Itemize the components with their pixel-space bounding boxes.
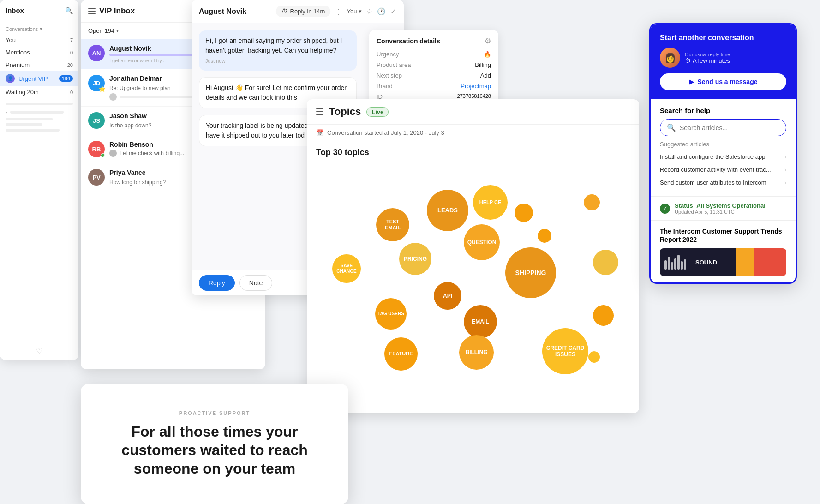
message-1: Hi, I got an email saying my order shipp… [199, 30, 357, 71]
topics-header: Topics Live [307, 99, 639, 125]
topic-bubble[interactable]: TAG USERS [375, 298, 407, 330]
topic-bubble[interactable] [515, 204, 533, 222]
reply-button[interactable]: Reply [199, 275, 235, 291]
blog-title: The Intercom Customer Support Trends Rep… [660, 227, 786, 244]
article-link-3[interactable]: Send custom user attributes to Intercom … [660, 176, 786, 189]
topics-bubble-area: LEADSHELP CETEST EMAILQUESTIONPRICINGSHI… [307, 157, 639, 388]
topic-bubble[interactable]: PRICING [399, 243, 431, 275]
status-updated: Updated Apr 5, 11:31 UTC [675, 209, 766, 215]
conv-contact-name: August Novik [199, 7, 246, 16]
search-icon[interactable]: 🔍 [65, 7, 73, 14]
topics-panel: Topics Live 📅 Conversation started at Ju… [307, 99, 639, 413]
online-dot [101, 153, 105, 157]
inbox-nav-mentions[interactable]: Mentions 0 [0, 46, 78, 59]
proactive-card: PROACTIVE SUPPORT For all those times yo… [81, 384, 348, 504]
article-link-2[interactable]: Record customer activity with event trac… [660, 163, 786, 176]
avatar-robin: RB [88, 141, 105, 157]
vip-title: VIP Inbox [99, 6, 135, 16]
you-label: You ▾ [347, 8, 362, 15]
topic-bubble[interactable]: QUESTION [464, 224, 500, 260]
open-filter[interactable]: Open 194 ▾ [88, 27, 119, 34]
article-link-1[interactable]: Install and configure the Salesforce app… [660, 150, 786, 163]
blog-sound-label: SOUND [691, 259, 717, 266]
avatar-august: AN [88, 45, 105, 61]
suggested-articles-label: Suggested articles [660, 141, 786, 148]
star-icon[interactable]: ☆ [366, 7, 372, 16]
topic-bubble[interactable]: EMAIL [464, 305, 497, 338]
reply-time-btn[interactable]: ⏱ Reply in 14m [276, 6, 331, 17]
topic-bubble[interactable]: LEADS [427, 190, 468, 231]
topic-bubble[interactable] [538, 229, 551, 243]
search-for-help-title: Search for help [660, 107, 786, 114]
clock-icon[interactable]: 🕐 [377, 7, 386, 16]
help-widget-panel: Start another conversation 👩 Our usual r… [649, 23, 797, 284]
send-message-button[interactable]: ▶ Send us a message [660, 73, 786, 90]
blog-thumbnail: SOUND [660, 248, 786, 276]
topics-menu-icon[interactable] [316, 108, 323, 115]
topics-sub-title: Top 30 topics [307, 141, 639, 157]
avatar-jonathan: JD ⭐ [88, 75, 105, 91]
topic-bubble[interactable]: SHIPPING [505, 247, 556, 298]
star-badge: ⭐ [99, 86, 106, 92]
status-check-icon: ✓ [660, 204, 670, 214]
detail-product-area: Product area Billing [377, 61, 491, 68]
conversations-section: Conversations ▾ [0, 21, 78, 34]
topic-bubble[interactable] [584, 194, 600, 210]
topic-bubble[interactable] [593, 250, 618, 275]
detail-brand: Brand Projectmap [377, 83, 491, 90]
topic-bubble[interactable]: API [434, 282, 461, 310]
search-articles-input[interactable] [680, 124, 779, 132]
inbox-title: Inbox [6, 6, 24, 14]
note-button[interactable]: Note [239, 275, 273, 291]
urgent-vip-icon: 👤 [6, 74, 15, 83]
inbox-nav-urgent-vip[interactable]: 👤 Urgent VIP 194 [0, 71, 78, 86]
details-settings-icon[interactable]: ⚙ [485, 36, 491, 45]
inbox-nav-you[interactable]: You 7 [0, 34, 78, 46]
proactive-label: PROACTIVE SUPPORT [179, 410, 250, 416]
topic-bubble[interactable] [593, 305, 614, 326]
avatar-priya: PV [88, 169, 105, 186]
topic-bubble[interactable]: SAVE CHANGE [332, 254, 361, 283]
inbox-scroll-item[interactable]: › [6, 107, 73, 118]
topic-bubble[interactable]: TEST EMAIL [376, 208, 409, 241]
inbox-nav-premium[interactable]: Premium 20 [0, 59, 78, 71]
topic-bubble[interactable] [588, 351, 600, 363]
details-title: Conversation details [377, 37, 440, 45]
avatar-jason: JS [88, 112, 105, 129]
detail-next-step: Next step Add [377, 72, 491, 79]
topics-title: Topics [329, 106, 361, 118]
proactive-headline: For all those times your customers waite… [99, 422, 330, 478]
help-search-section: Search for help 🔍 Suggested articles Ins… [651, 99, 796, 197]
search-icon: 🔍 [667, 123, 676, 132]
heart-icon: ♡ [36, 347, 42, 355]
detail-urgency: Urgency 🔥 [377, 51, 491, 58]
help-top-section: Start another conversation 👩 Our usual r… [651, 24, 796, 99]
conversation-started-bar: 📅 Conversation started at July 1, 2020 -… [307, 125, 639, 141]
topic-bubble[interactable]: FEATURE [384, 337, 418, 371]
help-top-title: Start another conversation [660, 34, 786, 42]
status-label: Status: All Systems Operational [675, 202, 766, 209]
search-box[interactable]: 🔍 [660, 119, 786, 136]
topic-bubble[interactable]: HELP CE [473, 185, 508, 220]
menu-icon[interactable] [88, 8, 96, 14]
reply-time: ⏱ A few minutes [685, 57, 730, 64]
help-blog-section: The Intercom Customer Support Trends Rep… [651, 221, 796, 282]
check-icon[interactable]: ✓ [390, 7, 396, 16]
more-options-icon[interactable]: ⋮ [335, 7, 342, 16]
help-agent-avatar: 👩 [660, 48, 680, 68]
reply-label: Our usual reply time [685, 52, 730, 57]
inbox-panel: Inbox 🔍 Conversations ▾ You 7 Mentions 0… [0, 0, 78, 360]
conv-header: August Novik ⏱ Reply in 14m ⋮ You ▾ ☆ 🕐 … [192, 0, 404, 23]
topic-bubble[interactable]: CREDIT CARD ISSUES [542, 328, 588, 374]
help-status-section: ✓ Status: All Systems Operational Update… [651, 197, 796, 221]
topic-bubble[interactable]: BILLING [459, 335, 494, 370]
inbox-nav-waiting[interactable]: Waiting 20m 0 [0, 86, 78, 98]
live-badge: Live [366, 107, 389, 117]
